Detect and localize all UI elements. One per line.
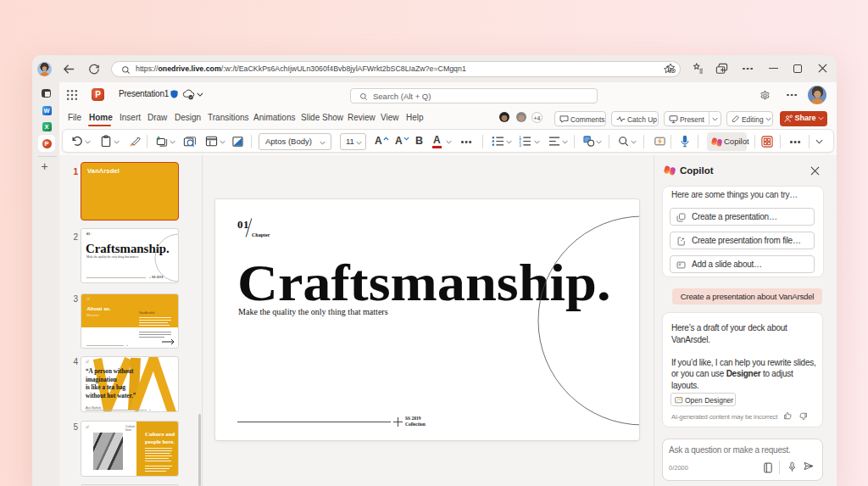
svg-text:3: 3 [519,143,521,147]
